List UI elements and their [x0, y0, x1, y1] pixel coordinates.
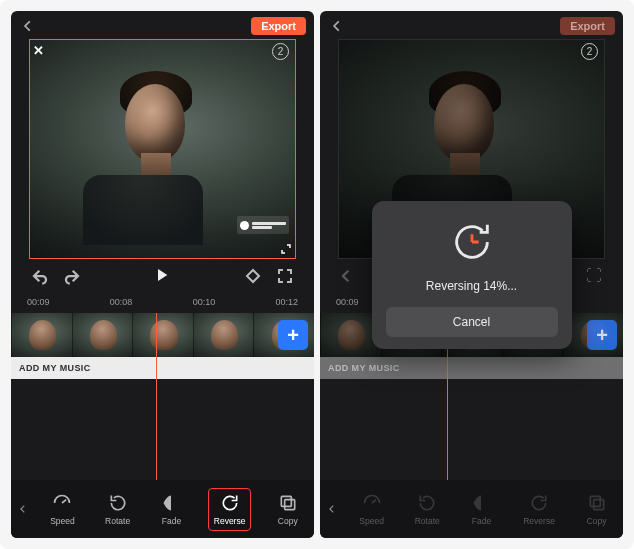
- tool-label: Fade: [162, 516, 181, 526]
- video-preview[interactable]: ✕ 2: [29, 39, 296, 259]
- tool-scroll-left-icon[interactable]: [11, 504, 35, 514]
- playhead[interactable]: [156, 313, 157, 480]
- video-frame: [30, 40, 295, 258]
- svg-line-2: [62, 499, 66, 502]
- add-clip-button[interactable]: +: [278, 320, 308, 350]
- tool-reverse[interactable]: Reverse: [208, 488, 252, 531]
- tool-label: Rotate: [105, 516, 130, 526]
- redo-icon[interactable]: [63, 267, 81, 285]
- screen-editor: Export ✕ 2: [11, 11, 314, 538]
- tool-copy[interactable]: Copy: [272, 489, 304, 530]
- fade-icon: [160, 493, 182, 513]
- speed-icon: [51, 493, 73, 513]
- svg-rect-4: [281, 496, 291, 506]
- transport-controls: [11, 259, 314, 293]
- layer-badge: 2: [272, 43, 289, 60]
- timeline-ruler: 00:09 00:08 00:10 00:12: [11, 293, 314, 313]
- tool-speed[interactable]: Speed: [45, 489, 80, 530]
- add-music-button[interactable]: ADD MY MUSIC: [11, 357, 314, 379]
- progress-modal: Reversing 14%... Cancel: [320, 11, 623, 538]
- tool-label: Reverse: [214, 516, 246, 526]
- svg-rect-3: [284, 499, 294, 509]
- svg-marker-0: [158, 269, 167, 281]
- fullscreen-icon[interactable]: [276, 267, 294, 285]
- rotate-icon: [107, 493, 129, 513]
- screen-editor-processing: Export 2 ◇ ⛶ 00:09: [320, 11, 623, 538]
- timecode: 00:10: [193, 297, 216, 307]
- timecode: 00:12: [275, 297, 298, 307]
- tool-fade[interactable]: Fade: [155, 489, 187, 530]
- undo-icon[interactable]: [31, 267, 49, 285]
- resize-handle-icon[interactable]: [280, 243, 292, 255]
- tool-label: Copy: [278, 516, 298, 526]
- tool-label: Speed: [50, 516, 75, 526]
- back-icon[interactable]: [19, 17, 37, 35]
- svg-marker-1: [247, 270, 259, 282]
- export-button[interactable]: Export: [251, 17, 306, 35]
- keyframe-icon[interactable]: [244, 267, 262, 285]
- watermark: [237, 216, 289, 234]
- copy-icon: [277, 493, 299, 513]
- reverse-icon: [219, 493, 241, 513]
- tool-rotate[interactable]: Rotate: [100, 489, 135, 530]
- timecode: 00:08: [110, 297, 133, 307]
- cancel-button[interactable]: Cancel: [386, 307, 558, 337]
- progress-status: Reversing 14%...: [426, 279, 517, 293]
- play-icon[interactable]: [154, 267, 172, 285]
- tool-bar: Speed Rotate Fade Reverse Copy: [11, 480, 314, 538]
- video-track[interactable]: +: [11, 313, 314, 357]
- reverse-progress-icon: [449, 219, 495, 265]
- timecode: 00:09: [27, 297, 50, 307]
- close-icon[interactable]: ✕: [33, 43, 44, 58]
- video-clip[interactable]: [11, 313, 314, 357]
- timeline-area[interactable]: [11, 379, 314, 480]
